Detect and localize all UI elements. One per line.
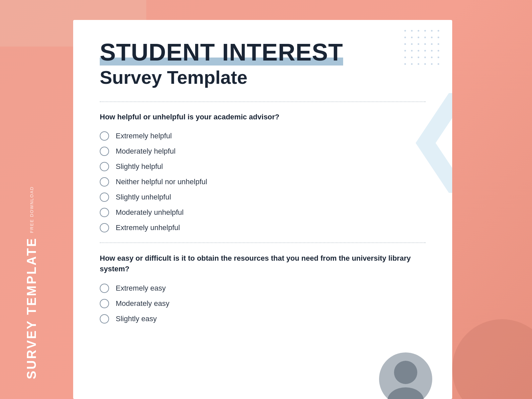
list-item: Neither helpful nor unhelpful (100, 177, 426, 187)
sidebar: FREE DOWNLOAD SURVEY TEMPLATE (0, 0, 63, 399)
list-item: Moderately helpful (100, 147, 426, 156)
radio-button[interactable] (100, 284, 109, 293)
option-label: Moderately easy (116, 299, 169, 308)
svg-point-1 (387, 387, 424, 399)
survey-title-line1: STUDENT INTEREST (100, 40, 426, 65)
question-1-options: Extremely helpful Moderately helpful Sli… (100, 131, 426, 232)
question-1-label: How helpful or unhelpful is your academi… (100, 112, 426, 122)
list-item: Extremely unhelpful (100, 223, 426, 232)
option-label: Extremely unhelpful (116, 223, 180, 232)
list-item: Slightly helpful (100, 162, 426, 171)
list-item: Slightly easy (100, 314, 426, 324)
radio-button[interactable] (100, 299, 109, 308)
card-content: STUDENT INTEREST Survey Template How hel… (73, 20, 452, 349)
option-label: Moderately helpful (116, 147, 176, 156)
divider-2 (100, 242, 426, 243)
option-label: Neither helpful nor unhelpful (116, 178, 207, 186)
option-label: Moderately unhelpful (116, 208, 184, 217)
radio-button[interactable] (100, 131, 109, 141)
option-label: Slightly unhelpful (116, 193, 171, 201)
option-label: Extremely easy (116, 284, 166, 293)
option-label: Slightly easy (116, 315, 157, 323)
radio-button[interactable] (100, 193, 109, 202)
list-item: Moderately unhelpful (100, 208, 426, 217)
survey-title-line2: Survey Template (100, 66, 426, 88)
divider-1 (100, 101, 426, 102)
sidebar-free-download-label: FREE DOWNLOAD (29, 186, 34, 233)
option-label: Slightly helpful (116, 162, 163, 171)
question-2-label: How easy or difficult is it to obtain th… (100, 253, 426, 274)
option-label: Extremely helpful (116, 132, 172, 140)
list-item: Slightly unhelpful (100, 193, 426, 202)
list-item: Extremely helpful (100, 131, 426, 141)
list-item: Extremely easy (100, 284, 426, 293)
person-circle-decoration (379, 352, 432, 399)
radio-button[interactable] (100, 223, 109, 232)
question-2-options: Extremely easy Moderately easy Slightly … (100, 284, 426, 324)
radio-button[interactable] (100, 162, 109, 171)
radio-button[interactable] (100, 177, 109, 187)
main-card: STUDENT INTEREST Survey Template How hel… (73, 20, 452, 399)
radio-button[interactable] (100, 314, 109, 324)
radio-button[interactable] (100, 147, 109, 156)
sidebar-title-label: SURVEY TEMPLATE (25, 237, 39, 379)
radio-button[interactable] (100, 208, 109, 217)
list-item: Moderately easy (100, 299, 426, 308)
svg-point-0 (394, 361, 417, 384)
title-underline: STUDENT INTEREST (100, 39, 343, 66)
